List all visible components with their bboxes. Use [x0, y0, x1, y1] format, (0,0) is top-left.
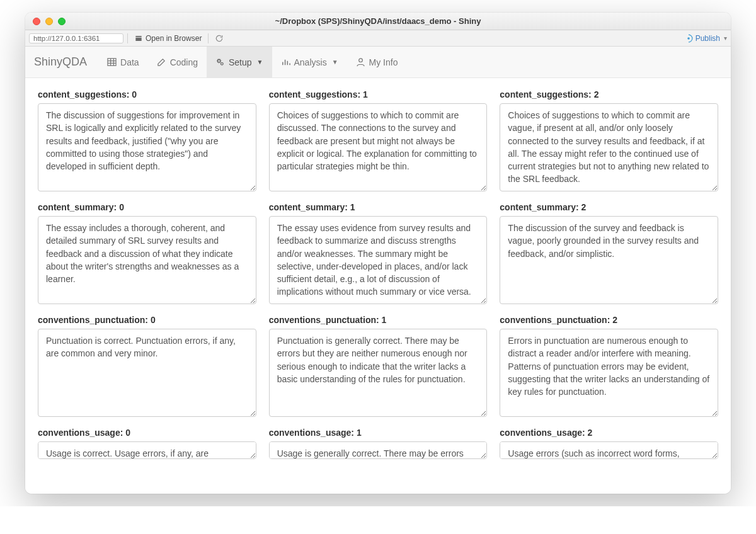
user-icon — [356, 57, 365, 67]
publish-icon — [684, 34, 693, 43]
rubric-cell: conventions_usage: 2 — [500, 428, 718, 461]
publish-label: Publish — [696, 34, 720, 43]
rubric-label: content_suggestions: 0 — [38, 89, 256, 99]
nav-setup[interactable]: Setup ▼ — [207, 47, 272, 77]
main-content: content_suggestions: 0content_suggestion… — [25, 78, 731, 494]
rubric-textarea[interactable] — [38, 103, 256, 191]
rubric-label: conventions_usage: 1 — [269, 428, 488, 438]
nav-analysis[interactable]: Analysis ▼ — [272, 47, 347, 77]
rubric-textarea[interactable] — [269, 329, 488, 417]
rubric-label: content_suggestions: 2 — [500, 89, 718, 99]
rubric-label: conventions_usage: 0 — [38, 428, 256, 438]
nav-myinfo[interactable]: My Info — [347, 47, 407, 77]
titlebar: ~/Dropbox (SPS)/ShinyQDA/inst/daacs_demo… — [25, 13, 731, 30]
chevron-down-icon: ▼ — [257, 59, 263, 65]
toolbar-separator — [127, 33, 128, 43]
open-in-browser-button[interactable]: Open in Browser — [132, 33, 204, 43]
nav-setup-label: Setup — [229, 57, 252, 67]
rubric-label: conventions_punctuation: 2 — [500, 315, 718, 325]
app-brand: ShinyQDA — [34, 55, 87, 69]
rubric-cell: conventions_punctuation: 0 — [38, 315, 256, 419]
svg-point-0 — [687, 37, 690, 40]
table-icon — [107, 57, 117, 67]
url-box[interactable]: http://127.0.0.1:6361 — [29, 33, 123, 43]
rubric-cell: content_suggestions: 2 — [500, 89, 718, 193]
rubric-label: content_summary: 2 — [500, 202, 718, 212]
reload-icon — [215, 34, 224, 43]
svg-point-1 — [218, 60, 220, 62]
rubric-cell: content_summary: 0 — [38, 202, 256, 306]
chevron-down-icon: ▾ — [724, 35, 727, 42]
browser-icon — [134, 34, 143, 43]
rubric-textarea[interactable] — [38, 216, 256, 304]
nav-myinfo-label: My Info — [369, 57, 398, 67]
rubric-cell: content_summary: 2 — [500, 202, 718, 306]
nav-analysis-label: Analysis — [294, 57, 327, 67]
gears-icon — [215, 57, 225, 67]
rubric-textarea[interactable] — [500, 103, 718, 191]
rubric-label: conventions_usage: 2 — [500, 428, 718, 438]
rubric-cell: conventions_usage: 1 — [269, 428, 488, 461]
rubric-label: content_summary: 0 — [38, 202, 256, 212]
nav-data-label: Data — [120, 57, 139, 67]
navbar: ShinyQDA Data Coding Setup ▼ Analysis ▼ — [25, 47, 731, 78]
rubric-textarea[interactable] — [500, 329, 718, 417]
close-window-button[interactable] — [33, 18, 40, 25]
rubric-label: content_summary: 1 — [269, 202, 488, 212]
reload-button[interactable] — [212, 33, 226, 43]
rubric-textarea[interactable] — [500, 216, 718, 304]
nav-coding[interactable]: Coding — [148, 47, 207, 77]
window-controls — [25, 18, 66, 25]
rubric-textarea[interactable] — [38, 329, 256, 417]
rubric-textarea[interactable] — [269, 441, 488, 459]
rubric-label: conventions_punctuation: 1 — [269, 315, 488, 325]
app-window: ~/Dropbox (SPS)/ShinyQDA/inst/daacs_demo… — [25, 13, 731, 494]
nav-items: Data Coding Setup ▼ Analysis ▼ My Info — [98, 47, 406, 77]
maximize-window-button[interactable] — [58, 18, 66, 25]
rubric-textarea[interactable] — [269, 216, 488, 304]
rubric-textarea[interactable] — [38, 441, 256, 459]
rubric-textarea[interactable] — [269, 103, 488, 191]
rubric-cell: conventions_punctuation: 1 — [269, 315, 488, 419]
rubric-grid: content_suggestions: 0content_suggestion… — [38, 89, 718, 461]
rubric-label: content_suggestions: 1 — [269, 89, 488, 99]
rubric-cell: content_suggestions: 1 — [269, 89, 488, 193]
nav-data[interactable]: Data — [98, 47, 148, 77]
edit-icon — [157, 57, 166, 67]
window-title: ~/Dropbox (SPS)/ShinyQDA/inst/daacs_demo… — [25, 16, 731, 26]
rubric-cell: content_suggestions: 0 — [38, 89, 256, 193]
svg-point-2 — [220, 62, 223, 65]
nav-coding-label: Coding — [170, 57, 198, 67]
svg-point-3 — [358, 59, 362, 62]
bar-chart-icon — [281, 57, 290, 67]
rubric-cell: conventions_punctuation: 2 — [500, 315, 718, 419]
open-in-browser-label: Open in Browser — [146, 34, 202, 43]
rubric-textarea[interactable] — [500, 441, 718, 459]
chevron-down-icon: ▼ — [332, 59, 338, 65]
rubric-cell: conventions_usage: 0 — [38, 428, 256, 461]
rubric-label: conventions_punctuation: 0 — [38, 315, 256, 325]
minimize-window-button[interactable] — [45, 18, 53, 25]
publish-button[interactable]: Publish ▾ — [684, 34, 727, 43]
toolbar-separator — [208, 33, 209, 43]
browser-toolbar: http://127.0.0.1:6361 Open in Browser Pu… — [25, 30, 731, 47]
rubric-cell: content_summary: 1 — [269, 202, 488, 306]
